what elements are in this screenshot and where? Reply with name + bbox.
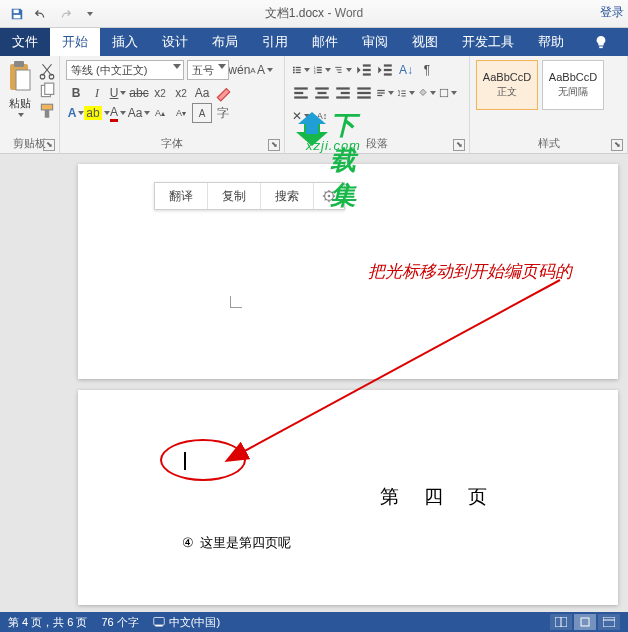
redo-icon[interactable] [54, 3, 76, 25]
svg-rect-11 [45, 110, 50, 118]
svg-rect-1 [14, 14, 21, 18]
font-name-combo[interactable]: 等线 (中文正文) [66, 60, 184, 80]
svg-rect-31 [384, 69, 392, 71]
app-name: Word [335, 6, 363, 20]
enclose-char-icon[interactable]: A [192, 103, 212, 123]
numbering-icon[interactable]: 123 [312, 60, 332, 80]
view-read-icon[interactable] [550, 614, 572, 630]
shrink-font-icon[interactable]: A [255, 60, 275, 80]
font-size-combo[interactable]: 五号 [187, 60, 229, 80]
cut-icon[interactable] [38, 62, 56, 78]
svg-rect-15 [296, 69, 301, 70]
font-dialog-icon[interactable]: ⬊ [268, 139, 280, 151]
tab-view[interactable]: 视图 [400, 28, 450, 56]
status-bar: 第 4 页，共 6 页 76 个字 中文(中国) [0, 612, 628, 632]
svg-rect-40 [341, 92, 350, 94]
font-color-icon[interactable]: A [108, 103, 128, 123]
tab-layout[interactable]: 布局 [200, 28, 250, 56]
underline-button[interactable]: U [108, 83, 128, 103]
view-web-icon[interactable] [598, 614, 620, 630]
svg-rect-36 [315, 87, 329, 89]
highlight-icon[interactable]: ab [87, 103, 107, 123]
align-left-icon[interactable] [291, 83, 311, 103]
tab-file[interactable]: 文件 [0, 28, 50, 56]
svg-point-14 [293, 69, 295, 71]
tab-home[interactable]: 开始 [50, 28, 100, 56]
phonetic-icon[interactable]: Aa [129, 103, 149, 123]
svg-rect-52 [440, 89, 448, 97]
svg-rect-29 [363, 73, 371, 75]
mini-copy[interactable]: 复制 [208, 183, 261, 209]
ribbon: 粘贴 剪贴板⬊ 等线 (中文正文) 五号 wénA A B I U abc [0, 56, 628, 154]
clear-format-icon[interactable] [213, 83, 233, 103]
svg-rect-19 [317, 67, 322, 68]
svg-rect-4 [14, 61, 24, 67]
grow-font-icon[interactable]: wénA [232, 60, 252, 80]
snap-grid-icon[interactable]: ✕ [291, 106, 311, 126]
svg-rect-30 [384, 64, 392, 66]
group-styles: AaBbCcD 正文 AaBbCcD 无间隔 样式⬊ [470, 56, 628, 153]
bold-button[interactable]: B [66, 83, 86, 103]
char-border-icon[interactable]: A▴ [150, 103, 170, 123]
sort-icon[interactable]: A↓ [396, 60, 416, 80]
save-icon[interactable] [6, 3, 28, 25]
paragraph-dialog-icon[interactable]: ⬊ [453, 139, 465, 151]
svg-rect-35 [294, 96, 308, 98]
align-right-icon[interactable] [333, 83, 353, 103]
char-shading-icon[interactable]: A▾ [171, 103, 191, 123]
svg-rect-10 [41, 104, 52, 110]
tab-help[interactable]: 帮助 [526, 28, 576, 56]
distribute-icon[interactable] [375, 83, 395, 103]
view-print-icon[interactable] [574, 614, 596, 630]
group-clipboard: 粘贴 剪贴板⬊ [0, 56, 60, 153]
clipboard-dialog-icon[interactable]: ⬊ [43, 139, 55, 151]
paste-button[interactable]: 粘贴 [6, 60, 34, 128]
tab-mail[interactable]: 邮件 [300, 28, 350, 56]
document-area[interactable]: 翻译 复制 搜索 把光标移动到开始编页码的 第 四 页 ④ 这里是第四页呢 [0, 154, 628, 612]
shading-icon[interactable] [417, 83, 437, 103]
multilevel-icon[interactable] [333, 60, 353, 80]
qat-more-icon[interactable] [78, 3, 100, 25]
login-button[interactable]: 登录 [600, 4, 624, 21]
change-case-icon[interactable]: Aa [192, 83, 212, 103]
mini-translate[interactable]: 翻译 [155, 183, 208, 209]
svg-rect-56 [154, 618, 165, 626]
svg-rect-42 [357, 87, 371, 89]
svg-point-16 [293, 72, 295, 74]
tab-review[interactable]: 审阅 [350, 28, 400, 56]
text-direction-icon[interactable]: A↕ [312, 106, 332, 126]
format-painter-icon[interactable] [38, 102, 56, 118]
decrease-indent-icon[interactable] [354, 60, 374, 80]
status-wordcount[interactable]: 76 个字 [101, 615, 138, 630]
text-effects-icon[interactable]: A [66, 103, 86, 123]
styles-dialog-icon[interactable]: ⬊ [611, 139, 623, 151]
line-spacing-icon[interactable] [396, 83, 416, 103]
undo-icon[interactable] [30, 3, 52, 25]
circle-char-icon[interactable]: 字 [213, 103, 233, 123]
bullets-icon[interactable] [291, 60, 311, 80]
style-nospacing[interactable]: AaBbCcD 无间隔 [542, 60, 604, 110]
status-lang[interactable]: 中文(中国) [153, 615, 220, 630]
italic-button[interactable]: I [87, 83, 107, 103]
show-marks-icon[interactable]: ¶ [417, 60, 437, 80]
tell-me-icon[interactable] [582, 28, 620, 56]
borders-icon[interactable] [438, 83, 458, 103]
tab-insert[interactable]: 插入 [100, 28, 150, 56]
align-center-icon[interactable] [312, 83, 332, 103]
mini-settings-icon[interactable] [314, 183, 344, 209]
status-page[interactable]: 第 4 页，共 6 页 [8, 615, 87, 630]
page-4[interactable] [78, 390, 618, 605]
mini-search[interactable]: 搜索 [261, 183, 314, 209]
tab-dev[interactable]: 开发工具 [450, 28, 526, 56]
superscript-button[interactable]: x2 [171, 83, 191, 103]
style-normal[interactable]: AaBbCcD 正文 [476, 60, 538, 110]
justify-icon[interactable] [354, 83, 374, 103]
tab-references[interactable]: 引用 [250, 28, 300, 56]
svg-rect-48 [399, 91, 400, 95]
copy-icon[interactable] [38, 82, 56, 98]
increase-indent-icon[interactable] [375, 60, 395, 80]
annotation-ellipse-icon [160, 439, 246, 481]
tab-design[interactable]: 设计 [150, 28, 200, 56]
strike-button[interactable]: abc [129, 83, 149, 103]
subscript-button[interactable]: x2 [150, 83, 170, 103]
